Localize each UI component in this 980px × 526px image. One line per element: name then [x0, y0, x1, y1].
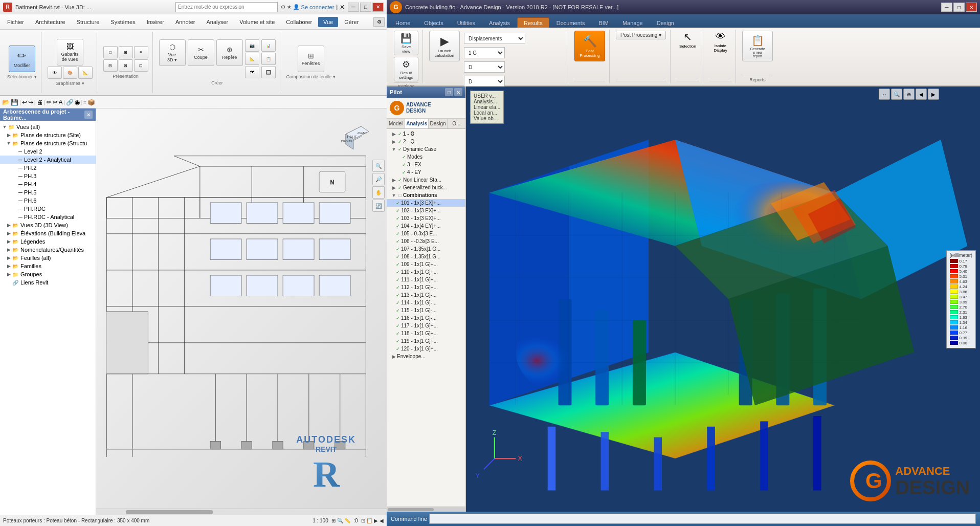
fenetres-button[interactable]: ⊞ Fenêtres: [298, 46, 324, 72]
pilot-scrollbar[interactable]: [387, 507, 465, 512]
maximize-button[interactable]: □: [360, 3, 371, 12]
tab-architecture[interactable]: Architecture: [30, 17, 71, 27]
pilot-item-modes[interactable]: ✓ Modes: [387, 153, 465, 161]
modifier-button[interactable]: ✏ Modifier: [9, 46, 35, 72]
check-icon[interactable]: ✓: [395, 316, 401, 321]
check-icon[interactable]: ✓: [395, 293, 401, 298]
d-dropdown2[interactable]: D Dx Dy: [464, 76, 505, 87]
tree-item-ph6[interactable]: ─ PH.6: [0, 196, 96, 205]
tab-vue[interactable]: Vue: [318, 17, 338, 27]
tree-item-elevations[interactable]: ▶ 📂 Élévations (Building Eleva: [0, 229, 96, 237]
tab-annoter[interactable]: Annoter: [170, 17, 201, 27]
creer-sm2[interactable]: 📐: [245, 53, 259, 65]
vis-btn1[interactable]: 👁: [48, 67, 62, 79]
pilot-tab-analysis[interactable]: Analysis: [405, 119, 429, 128]
tree-item-ph3[interactable]: ─ PH.3: [0, 172, 96, 180]
check-icon[interactable]: ✓: [395, 208, 401, 213]
tab-gerer[interactable]: Gérer: [339, 17, 364, 27]
pilot-item-118[interactable]: ✓ 118 - 1x[1 G]+...: [387, 330, 465, 337]
load-case-dropdown[interactable]: 1 G 2 Q: [464, 47, 505, 58]
command-line-input[interactable]: [429, 514, 976, 524]
connect-btn[interactable]: Se connecter: [301, 4, 335, 10]
ad-maximize-btn[interactable]: □: [953, 3, 965, 12]
ad-window-buttons[interactable]: ─ □ ✕: [941, 3, 977, 12]
tree-item-ph4[interactable]: ─ PH.4: [0, 180, 96, 188]
tree-item-nomenclatures[interactable]: ▶ 📂 Nomenclatures/Quantités: [0, 246, 96, 254]
pilot-tab-design[interactable]: Design: [429, 119, 447, 128]
tab-inserer[interactable]: Insérer: [142, 17, 169, 27]
tree-item-level2[interactable]: ─ Level 2: [0, 147, 96, 156]
ad-tab-analysis[interactable]: Analysis: [482, 17, 517, 28]
pilot-item-116[interactable]: ✓ 116 - 1x[1 G]-...: [387, 314, 465, 322]
ad-nav-btn5[interactable]: ▶: [928, 89, 939, 100]
tree-item-groupes[interactable]: ▶ 📁 Groupes: [0, 270, 96, 278]
h-scrollbar[interactable]: [96, 509, 387, 515]
close-icon[interactable]: ✕: [340, 4, 345, 11]
pilot-item-102[interactable]: ✓ 102 - 1x[3 EX]+...: [387, 207, 465, 214]
tree-item-phrdc-analytical[interactable]: ─ PH.RDC - Analytical: [0, 213, 96, 221]
check-icon[interactable]: ✓: [395, 331, 401, 336]
gabarits-button[interactable]: 🖼 Gabaritsde vues: [57, 39, 83, 65]
check-icon[interactable]: ✓: [397, 178, 403, 183]
minimize-button[interactable]: ─: [348, 3, 359, 12]
check-icon[interactable]: ✓: [395, 308, 401, 313]
ad-tab-design[interactable]: Design: [650, 17, 681, 28]
pilot-item-119[interactable]: ✓ 119 - 1x[1 G]+...: [387, 337, 465, 345]
generate-report-button[interactable]: 📋 Generatea newreport: [742, 31, 773, 61]
check-icon[interactable]: ✓: [395, 300, 401, 305]
ad-tab-results[interactable]: Results: [517, 17, 549, 28]
creer-sm4[interactable]: 📊: [261, 39, 276, 52]
post-processing-button[interactable]: 🔨 PostProcessing: [574, 31, 605, 61]
pres-btn6[interactable]: ⊡: [134, 59, 148, 72]
check-icon[interactable]: ✓: [395, 254, 401, 259]
pres-btn5[interactable]: ⊠: [119, 59, 133, 72]
pilot-item-101[interactable]: ✓ 101 - 1x[3 EX]+...: [387, 199, 465, 207]
rotate-btn[interactable]: 🔄: [372, 200, 385, 212]
pilot-item-combinations[interactable]: ▼ □ Combinations: [387, 191, 465, 199]
pilot-item-envelope[interactable]: ▶ Enveloppe...: [387, 353, 465, 360]
tree-item-ph5[interactable]: ─ PH.5: [0, 188, 96, 196]
ad-nav-btn1[interactable]: ↔: [879, 89, 890, 100]
check-icon[interactable]: ✓: [401, 170, 407, 175]
pan-btn[interactable]: ✋: [372, 186, 385, 199]
tree-item-feuilles[interactable]: ▶ 📂 Feuilles (all): [0, 254, 96, 262]
result-settings-button[interactable]: ⚙ Resultsettings: [394, 57, 418, 81]
creer-sm6[interactable]: 🔲: [261, 66, 276, 78]
pilot-item-107[interactable]: ✓ 107 - 1.35x[1 G...: [387, 245, 465, 253]
tree-item-ph2[interactable]: ─ PH.2: [0, 164, 96, 172]
pilot-item-106[interactable]: ✓ 106 - -0.3x[3 E...: [387, 237, 465, 245]
tab-analyser[interactable]: Analyser: [201, 17, 233, 27]
tree-item-level2-analytical[interactable]: ─ Level 2 - Analytical: [0, 156, 96, 164]
ad-nav-btn2[interactable]: 🔍: [891, 89, 902, 100]
ad-tab-home[interactable]: Home: [389, 17, 417, 28]
pilot-item-4ey[interactable]: ✓ 4 - EY: [387, 168, 465, 176]
pres-btn2[interactable]: ⊞: [119, 46, 133, 58]
tab-structure[interactable]: Structure: [72, 17, 105, 27]
check-icon[interactable]: ✓: [395, 277, 401, 282]
close-button[interactable]: ✕: [372, 3, 384, 12]
check-icon[interactable]: ✓: [395, 239, 401, 244]
vue3d-button[interactable]: ⬡ Vue3D ▾: [159, 39, 186, 66]
tree-item-legendes[interactable]: ▶ 📂 Légendes: [0, 237, 96, 246]
check-icon[interactable]: ✓: [395, 224, 401, 229]
save-view-button[interactable]: 💾 Saveview: [394, 31, 418, 55]
pilot-item-generalized[interactable]: ▶ ✓ Generalized buck...: [387, 184, 465, 191]
zoom-out-btn[interactable]: 🔎: [372, 173, 385, 185]
pilot-item-111[interactable]: ✓ 111 - 1x[1 G]+...: [387, 276, 465, 283]
pilot-item-108[interactable]: ✓ 108 - 1.35x[1 G...: [387, 253, 465, 260]
check-icon[interactable]: ✓: [395, 216, 401, 221]
check-icon[interactable]: ✓: [395, 270, 401, 275]
check-icon[interactable]: ✓: [395, 247, 401, 252]
tab-fichier[interactable]: Fichier: [2, 17, 29, 27]
pilot-item-114[interactable]: ✓ 114 - 1x[1 G]-...: [387, 299, 465, 306]
pilot-item-nonlinear[interactable]: ▶ ✓ Non Linear Sta...: [387, 176, 465, 184]
tree-item-vues3d[interactable]: ▶ 📂 Vues 3D (3D View): [0, 221, 96, 229]
tree-item-familles[interactable]: ▶ 📂 Familles: [0, 262, 96, 270]
tree-item-plans-struct[interactable]: ▼ 📂 Plans de structure (Structu: [0, 139, 96, 147]
check-icon[interactable]: ✓: [395, 346, 401, 352]
tab-volume[interactable]: Volume et site: [234, 17, 280, 27]
launch-calc-button[interactable]: ▶ Launchcalculation: [429, 31, 460, 61]
pilot-item-115[interactable]: ✓ 115 - 1x[1 G]-...: [387, 306, 465, 314]
check-icon[interactable]: ✓: [395, 323, 401, 328]
pres-btn3[interactable]: ≡: [134, 46, 148, 58]
